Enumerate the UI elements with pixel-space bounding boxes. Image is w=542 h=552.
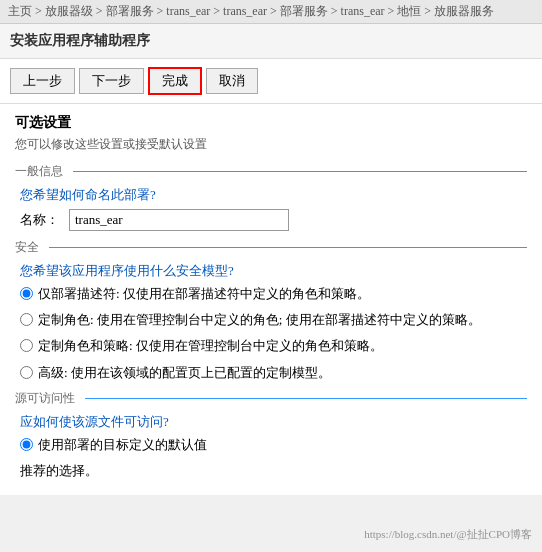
security-question: 您希望该应用程序使用什么安全模型? [15, 262, 527, 280]
source-option-1: 使用部署的目标定义的默认值 [20, 436, 527, 454]
main-container: 安装应用程序辅助程序 上一步 下一步 完成 取消 可选设置 您可以修改这些设置或… [0, 24, 542, 495]
security-option-1-label: 仅部署描述符: 仅使用在部署描述符中定义的角色和策略。 [38, 285, 370, 303]
security-option-2: 定制角色: 使用在管理控制台中定义的角色; 使用在部署描述符中定义的策略。 [20, 311, 527, 329]
security-option-3: 定制角色和策略: 仅使用在管理控制台中定义的角色和策略。 [20, 337, 527, 355]
toolbar: 上一步 下一步 完成 取消 [0, 59, 542, 104]
general-question: 您希望如何命名此部署? [15, 186, 527, 204]
security-label: 安全 [15, 239, 43, 256]
general-info-label: 一般信息 [15, 163, 67, 180]
divider-line-security [49, 247, 527, 248]
name-label: 名称： [20, 211, 59, 229]
security-radio-3[interactable] [20, 339, 33, 352]
optional-settings-desc: 您可以修改这些设置或接受默认设置 [15, 136, 527, 153]
security-radio-2[interactable] [20, 313, 33, 326]
source-radio-1[interactable] [20, 438, 33, 451]
recommend-label: 推荐的选择。 [15, 462, 527, 480]
divider-line-general [73, 171, 527, 172]
name-input[interactable] [69, 209, 289, 231]
security-option-4: 高级: 使用在该领域的配置页上已配置的定制模型。 [20, 364, 527, 382]
breadcrumb: 主页 > 放服器级 > 部署服务 > trans_ear > trans_ear… [0, 0, 542, 24]
wizard-header: 安装应用程序辅助程序 [0, 24, 542, 59]
security-option-2-label: 定制角色: 使用在管理控制台中定义的角色; 使用在部署描述符中定义的策略。 [38, 311, 481, 329]
security-divider: 安全 [15, 239, 527, 256]
divider-line-source [85, 398, 527, 399]
security-radio-4[interactable] [20, 366, 33, 379]
security-radio-group: 仅部署描述符: 仅使用在部署描述符中定义的角色和策略。 定制角色: 使用在管理控… [15, 285, 527, 382]
source-access-divider: 源可访问性 [15, 390, 527, 407]
next-button[interactable]: 下一步 [79, 68, 144, 94]
cancel-button[interactable]: 取消 [206, 68, 258, 94]
security-option-1: 仅部署描述符: 仅使用在部署描述符中定义的角色和策略。 [20, 285, 527, 303]
name-field-row: 名称： [15, 209, 527, 231]
content-area: 可选设置 您可以修改这些设置或接受默认设置 一般信息 您希望如何命名此部署? 名… [0, 104, 542, 495]
general-info-divider: 一般信息 [15, 163, 527, 180]
source-radio-group: 使用部署的目标定义的默认值 [15, 436, 527, 454]
security-radio-1[interactable] [20, 287, 33, 300]
prev-button[interactable]: 上一步 [10, 68, 75, 94]
security-option-3-label: 定制角色和策略: 仅使用在管理控制台中定义的角色和策略。 [38, 337, 383, 355]
source-option-1-label: 使用部署的目标定义的默认值 [38, 436, 207, 454]
security-option-4-label: 高级: 使用在该领域的配置页上已配置的定制模型。 [38, 364, 331, 382]
watermark: https://blog.csdn.net/@扯扯CPO博客 [364, 527, 532, 542]
optional-settings-title: 可选设置 [15, 114, 527, 132]
source-question: 应如何使该源文件可访问? [15, 413, 527, 431]
source-access-label: 源可访问性 [15, 390, 79, 407]
finish-button[interactable]: 完成 [148, 67, 202, 95]
